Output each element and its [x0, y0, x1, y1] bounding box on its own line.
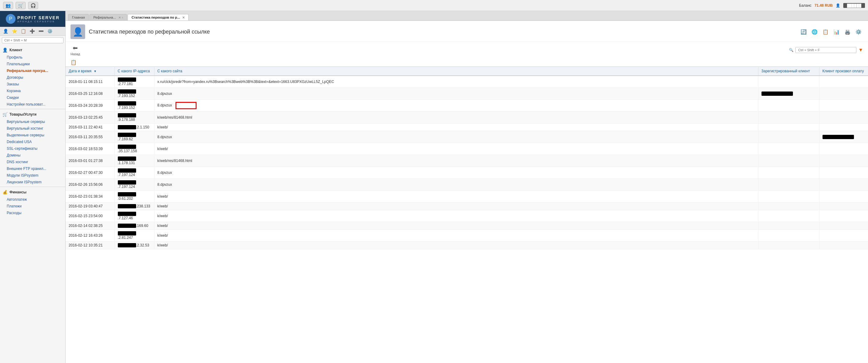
sidebar-item-expenses[interactable]: Расходы	[0, 209, 65, 216]
sidebar-item-isp-modules[interactable]: Модули ISPsystem	[0, 172, 65, 179]
col-header-paid[interactable]: Клиент произвел оплату	[819, 67, 868, 76]
sidebar-item-isp-licenses[interactable]: Лицензии ISPsystem	[0, 179, 65, 186]
sidebar-section-finance-title[interactable]: 💰 Финансы	[0, 188, 65, 196]
logo-icon: P	[6, 14, 16, 24]
col-header-datetime[interactable]: Дата и время ▼	[66, 67, 115, 76]
cell-ip: .35.137.158	[115, 143, 154, 155]
cart-icon-btn[interactable]: 🛒	[16, 2, 26, 9]
sidebar-item-contracts[interactable]: Договоры	[0, 74, 65, 81]
filter-funnel-icon[interactable]: ▼	[858, 47, 863, 53]
sidebar-item-cart[interactable]: Корзина	[0, 88, 65, 94]
col-header-site[interactable]: С какого сайта	[154, 67, 758, 76]
table-row: 2016-02-26 15:56:06 .7.197.1248.dpvzux	[66, 179, 868, 191]
back-button[interactable]: ⬅ Назад	[70, 44, 80, 56]
cell-paid	[819, 155, 868, 167]
tab-home[interactable]: Главная	[68, 14, 89, 21]
cell-ip: .1.178.131	[115, 155, 154, 167]
sidebar-item-payers[interactable]: Плательщики	[0, 61, 65, 67]
tab-stats-close[interactable]: ✕	[182, 16, 185, 19]
copy-icon[interactable]: 📋	[821, 28, 830, 35]
sidebar-section-client-title[interactable]: 👤 Клиент	[0, 46, 65, 54]
sidebar-section-products-title[interactable]: 🛒 Товары/Услуги	[0, 110, 65, 118]
sidebar-search-input[interactable]	[2, 37, 63, 43]
table-row: 2016-02-27 00:47:30 .7.197.1248.dpvzux	[66, 167, 868, 179]
cell-ip: .7.193.152	[115, 88, 154, 100]
cell-site: k/web/res/81468.html	[154, 155, 758, 167]
sidebar-item-dedicated[interactable]: Выделенные серверы	[0, 132, 65, 138]
cell-client	[758, 100, 819, 112]
cell-site: x.ru/clck/jsredir?from=yandex.ru%3Bsearc…	[154, 76, 758, 88]
sidebar-icon-remove[interactable]: ➖	[37, 28, 45, 34]
page-header-left: 👤 Статистика переходов по реферальной сс…	[70, 24, 210, 39]
sidebar-item-vhosting[interactable]: Виртуальный хостинг	[0, 125, 65, 132]
sidebar-icon-person[interactable]: 👤	[2, 28, 9, 34]
tab-referral[interactable]: Реферальна... ✕ ›	[89, 14, 127, 21]
sidebar-item-referral[interactable]: Реферальная програ...	[0, 67, 65, 74]
sidebar-icon-settings[interactable]: ⚙️	[46, 28, 54, 34]
cell-ip: .2.1.150	[115, 124, 154, 131]
cell-paid: ➡💡	[819, 88, 868, 100]
table-row: 2016-03-11 20:35:55 .7.169.628.dpvzux	[66, 131, 868, 143]
table-row: 2016-02-19 03:40:47 .238.133k/web/	[66, 203, 868, 210]
print-icon[interactable]: 🖨️	[843, 28, 852, 35]
cell-paid	[819, 131, 868, 143]
cell-datetime: 2016-02-19 03:40:47	[66, 203, 115, 210]
sidebar-item-vservers[interactable]: Виртуальные серверы	[0, 118, 65, 125]
sidebar-item-profile[interactable]: Профиль	[0, 54, 65, 61]
col-header-client[interactable]: Зарегистрированный клиент	[758, 67, 819, 76]
sidebar-item-dedicated-usa[interactable]: Dedicated USA	[0, 138, 65, 145]
filter-input[interactable]	[795, 47, 857, 53]
cell-site: k/web/	[154, 210, 758, 222]
sidebar-item-discounts[interactable]: Скидки	[0, 94, 65, 101]
sidebar-divider-1	[0, 109, 65, 109]
sidebar-item-domains[interactable]: Домены	[0, 152, 65, 159]
sidebar-item-usersettings[interactable]: Настройки пользоват...	[0, 101, 65, 108]
cell-paid	[819, 76, 868, 88]
user-icon: 👤	[836, 3, 840, 8]
back-area: ⬅ Назад 🔍 ▼	[66, 42, 868, 58]
cell-paid	[819, 124, 868, 131]
sidebar-divider-2	[0, 187, 65, 187]
sidebar-item-ftp[interactable]: Внешнее FTP хранил...	[0, 165, 65, 172]
earth-icon[interactable]: 🌐	[810, 28, 819, 35]
sidebar-search	[2, 37, 63, 43]
cell-datetime: 2016-03-24 20:28:39	[66, 100, 115, 112]
cell-paid	[819, 210, 868, 222]
cell-client	[758, 179, 819, 191]
sidebar-item-dns[interactable]: DNS хостинг	[0, 159, 65, 165]
sidebar-icon-add[interactable]: ➕	[28, 28, 36, 34]
sidebar-icon-copy[interactable]: 📋	[20, 28, 27, 34]
table-icon[interactable]: 📊	[832, 28, 841, 35]
sidebar-item-payments[interactable]: Платежи	[0, 203, 65, 209]
users-icon-btn[interactable]: 👥	[3, 2, 13, 9]
cell-paid	[819, 112, 868, 124]
table-row: 2016-03-11 22:40:41 .2.1.150k/web/	[66, 124, 868, 131]
col-header-ip[interactable]: С какого IP-адреса	[115, 67, 154, 76]
sidebar-icon-star[interactable]: ⭐	[11, 28, 18, 34]
cell-datetime: 2016-03-02 18:53:39	[66, 143, 115, 155]
support-icon-btn[interactable]: 🎧	[28, 2, 38, 9]
sidebar-item-orders[interactable]: Заказы	[0, 81, 65, 88]
cell-client	[758, 241, 819, 249]
more-icon[interactable]: ⚙️	[854, 28, 863, 35]
cell-paid	[819, 230, 868, 241]
cell-site: k/web/	[154, 241, 758, 249]
finance-section-icon: 💰	[2, 190, 8, 195]
cell-site: k/web/	[154, 222, 758, 230]
cell-datetime: 2018-01-11 08:15:11	[66, 76, 115, 88]
sidebar-item-autopay[interactable]: Автоплатеж	[0, 196, 65, 203]
export-icon[interactable]: 📋	[70, 60, 76, 65]
tab-home-label: Главная	[72, 15, 85, 19]
tab-referral-label: Реферальна...	[93, 15, 116, 19]
cell-paid	[819, 100, 868, 112]
cell-ip: .0.61.202	[115, 191, 154, 203]
tab-referral-close[interactable]: ✕	[118, 16, 121, 19]
sidebar-toolbar: 👤 ⭐ 📋 ➕ ➖ ⚙️	[0, 27, 65, 36]
cell-client	[758, 155, 819, 167]
tab-stats[interactable]: Статистика переходов по р... ✕	[128, 14, 189, 21]
table-row: 2016-02-23 01:38:34 .0.61.202k/web/	[66, 191, 868, 203]
cell-client	[758, 112, 819, 124]
cell-datetime: 2016-03-11 22:40:41	[66, 124, 115, 131]
refresh-icon[interactable]: 🔄	[799, 28, 808, 35]
sidebar-item-ssl[interactable]: SSL-сертификаты	[0, 145, 65, 152]
